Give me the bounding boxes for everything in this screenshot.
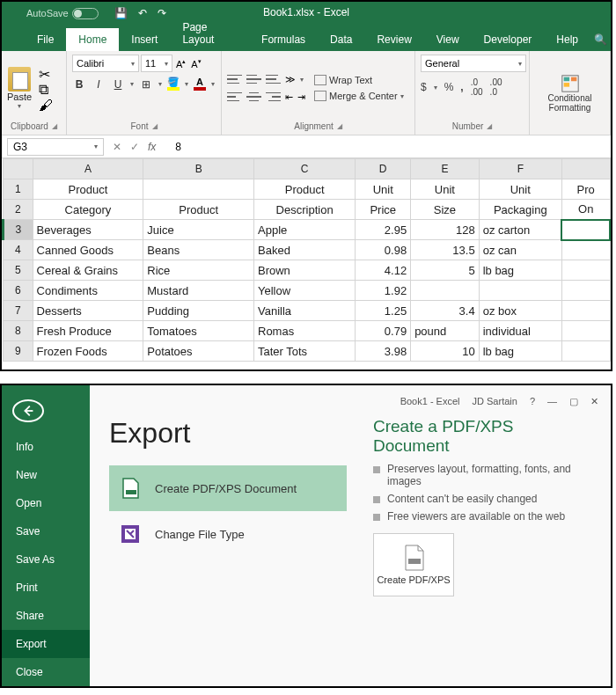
dialog-launcher-icon[interactable]: ◢ bbox=[487, 122, 492, 130]
cell[interactable]: oz box bbox=[479, 301, 561, 321]
cell[interactable]: Size bbox=[411, 200, 480, 220]
cell[interactable]: Potatoes bbox=[143, 341, 254, 362]
close-icon[interactable]: ✕ bbox=[590, 396, 598, 407]
cell[interactable]: Pro bbox=[561, 179, 610, 200]
minimize-icon[interactable]: — bbox=[547, 396, 557, 406]
nav-item-close[interactable]: Close bbox=[2, 658, 90, 686]
cell[interactable]: 128 bbox=[411, 220, 480, 240]
nav-item-save-as[interactable]: Save As bbox=[2, 545, 90, 574]
tab-review[interactable]: Review bbox=[364, 28, 423, 51]
paste-button[interactable]: Paste ▾ bbox=[7, 67, 32, 110]
row-header[interactable]: 7 bbox=[4, 301, 33, 321]
align-center-icon[interactable] bbox=[246, 91, 261, 103]
cell[interactable]: Condiments bbox=[33, 281, 143, 301]
cell[interactable]: Pudding bbox=[143, 301, 254, 321]
cell[interactable] bbox=[143, 179, 254, 200]
cell[interactable]: 2.95 bbox=[356, 220, 411, 240]
cell[interactable]: Baked bbox=[254, 240, 356, 260]
cell[interactable] bbox=[561, 281, 610, 301]
cell[interactable] bbox=[561, 240, 610, 260]
align-right-icon[interactable] bbox=[266, 91, 281, 103]
cell[interactable]: Description bbox=[254, 200, 356, 220]
nav-item-info[interactable]: Info bbox=[2, 433, 90, 461]
tab-help[interactable]: Help bbox=[544, 28, 590, 51]
cell[interactable]: Product bbox=[143, 200, 254, 220]
align-middle-icon[interactable] bbox=[246, 73, 261, 85]
column-header[interactable] bbox=[561, 159, 610, 179]
cell[interactable] bbox=[561, 260, 610, 281]
tab-home[interactable]: Home bbox=[66, 28, 119, 51]
cell[interactable]: 0.98 bbox=[356, 240, 411, 260]
number-format-combo[interactable]: General▾ bbox=[421, 55, 526, 72]
cell[interactable]: oz can bbox=[479, 240, 561, 260]
autosave-toggle[interactable]: AutoSave bbox=[26, 8, 99, 19]
cell[interactable]: On bbox=[561, 200, 610, 220]
cell[interactable]: 4.12 bbox=[356, 260, 411, 281]
cell[interactable]: Mustard bbox=[143, 281, 254, 301]
cancel-icon[interactable]: ✕ bbox=[113, 141, 121, 153]
decrease-indent-icon[interactable]: ⇤ bbox=[285, 91, 293, 103]
cell[interactable] bbox=[561, 341, 610, 362]
decrease-font-icon[interactable]: A▾ bbox=[189, 56, 202, 71]
nav-item-new[interactable]: New bbox=[2, 461, 90, 489]
cell[interactable]: 13.5 bbox=[411, 240, 480, 260]
orientation-icon[interactable]: ≫ bbox=[285, 74, 296, 85]
dialog-launcher-icon[interactable]: ◢ bbox=[52, 122, 57, 130]
tab-formulas[interactable]: Formulas bbox=[249, 28, 318, 51]
cell[interactable]: Apple bbox=[254, 220, 356, 240]
cell[interactable]: Yellow bbox=[254, 281, 356, 301]
cell[interactable]: 3.4 bbox=[411, 301, 480, 321]
enter-icon[interactable]: ✓ bbox=[130, 141, 139, 153]
font-size-combo[interactable]: 11▾ bbox=[141, 55, 172, 72]
copy-icon[interactable]: ⧉ bbox=[39, 82, 55, 94]
wrap-text-button[interactable]: Wrap Text bbox=[314, 75, 404, 85]
nav-item-print[interactable]: Print bbox=[2, 574, 90, 602]
worksheet-grid[interactable]: ABCDEF1ProductProductUnitUnitUnitPro2Cat… bbox=[2, 158, 611, 362]
cell[interactable]: Unit bbox=[356, 179, 411, 200]
bold-button[interactable]: B bbox=[72, 78, 86, 91]
row-header[interactable]: 1 bbox=[4, 179, 33, 200]
nav-item-save[interactable]: Save bbox=[2, 517, 90, 545]
cell[interactable] bbox=[561, 321, 610, 341]
redo-icon[interactable]: ↷ bbox=[158, 7, 166, 19]
create-pdf-xps-button[interactable]: Create PDF/XPS bbox=[373, 533, 454, 596]
save-icon[interactable]: 💾 bbox=[114, 7, 128, 19]
column-header[interactable]: E bbox=[411, 159, 480, 179]
borders-button[interactable]: ⊞ bbox=[139, 78, 153, 91]
tab-view[interactable]: View bbox=[424, 28, 472, 51]
underline-button[interactable]: U bbox=[111, 78, 125, 91]
tab-insert[interactable]: Insert bbox=[119, 28, 170, 51]
fx-icon[interactable]: fx bbox=[148, 141, 156, 153]
column-header[interactable]: C bbox=[254, 159, 356, 179]
row-header[interactable]: 6 bbox=[4, 281, 33, 301]
cell[interactable]: Price bbox=[356, 200, 411, 220]
cell[interactable]: Category bbox=[33, 200, 143, 220]
tab-page-layout[interactable]: Page Layout bbox=[170, 16, 249, 51]
column-header[interactable]: A bbox=[33, 159, 143, 179]
italic-button[interactable]: I bbox=[92, 78, 106, 91]
font-color-button[interactable]: A bbox=[194, 77, 206, 91]
cell[interactable]: Tater Tots bbox=[254, 341, 356, 362]
formula-input[interactable]: 8 bbox=[170, 141, 611, 153]
fill-color-button[interactable]: 🪣 bbox=[167, 77, 180, 91]
increase-font-icon[interactable]: A▴ bbox=[174, 56, 187, 71]
cell[interactable]: Juice bbox=[143, 220, 254, 240]
cell[interactable]: Brown bbox=[254, 260, 356, 281]
percent-format-icon[interactable]: % bbox=[444, 81, 454, 93]
cell[interactable]: Fresh Produce bbox=[33, 321, 143, 341]
cell[interactable]: 1.92 bbox=[356, 281, 411, 301]
cell[interactable]: Cereal & Grains bbox=[33, 260, 143, 281]
cell[interactable]: Unit bbox=[479, 179, 561, 200]
row-header[interactable]: 5 bbox=[4, 260, 33, 281]
align-bottom-icon[interactable] bbox=[266, 73, 281, 85]
cell[interactable]: 5 bbox=[411, 260, 480, 281]
cell[interactable]: Desserts bbox=[33, 301, 143, 321]
dialog-launcher-icon[interactable]: ◢ bbox=[337, 122, 342, 130]
format-painter-icon[interactable]: 🖌 bbox=[39, 98, 55, 110]
row-header[interactable]: 3 bbox=[4, 220, 33, 240]
cell[interactable]: pound bbox=[411, 321, 480, 341]
column-header[interactable]: B bbox=[143, 159, 254, 179]
tab-developer[interactable]: Developer bbox=[472, 28, 545, 51]
nav-item-open[interactable]: Open bbox=[2, 489, 90, 517]
column-header[interactable]: F bbox=[479, 159, 561, 179]
